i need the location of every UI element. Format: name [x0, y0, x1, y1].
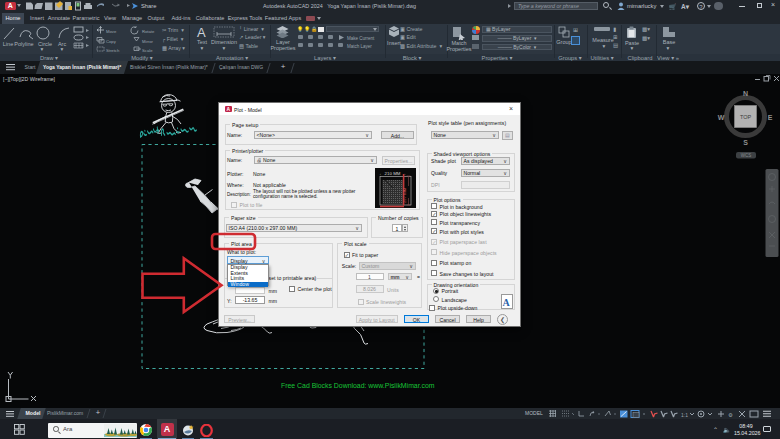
svg-text:Make Current: Make Current [347, 36, 375, 41]
svg-text:TOP: TOP [740, 114, 752, 120]
svg-text:⚙: ⚙ [728, 411, 733, 417]
svg-text:1:1: 1:1 [681, 411, 688, 417]
svg-text:N: N [743, 90, 748, 97]
svg-text:Free Cad Blocks Download: www.: Free Cad Blocks Download: www.PislikMima… [281, 382, 435, 389]
svg-text:Stretch: Stretch [106, 48, 120, 53]
svg-text:WCS: WCS [741, 153, 752, 158]
svg-text:← 210 MM →: ← 210 MM → [379, 170, 406, 175]
svg-text:Match Layer: Match Layer [347, 44, 372, 49]
svg-text:Copy: Copy [106, 39, 117, 44]
svg-text:297 MM: 297 MM [402, 187, 407, 203]
svg-text:Move: Move [106, 29, 117, 34]
svg-text:Mirror: Mirror [142, 39, 154, 44]
svg-text:S: S [743, 139, 748, 146]
svg-text:Rotate: Rotate [142, 29, 155, 34]
svg-text:Scale: Scale [142, 48, 153, 53]
svg-text:W: W [718, 114, 725, 121]
svg-text:E: E [768, 114, 773, 121]
